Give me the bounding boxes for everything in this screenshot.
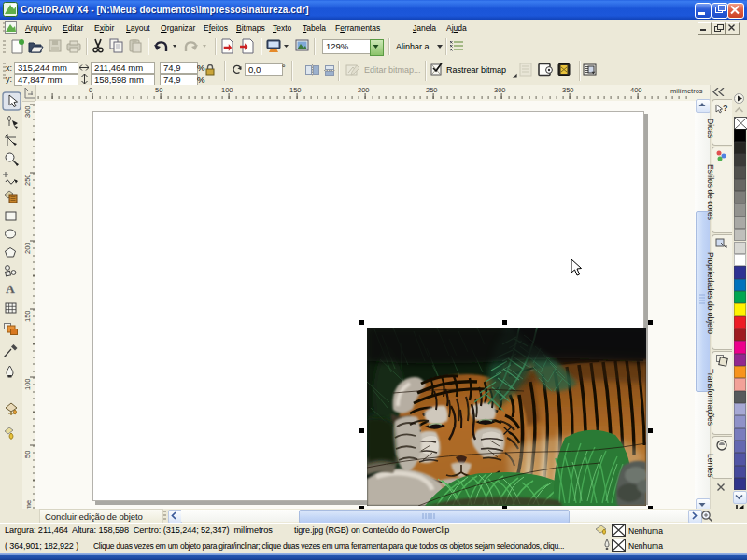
svg-text:A: A (6, 282, 15, 296)
svg-text:?: ? (723, 104, 728, 113)
